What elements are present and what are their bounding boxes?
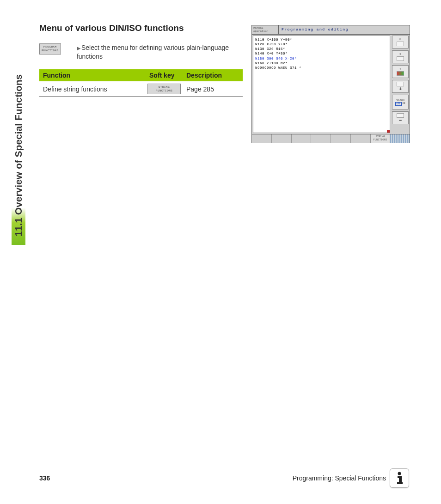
mini-icon [397,113,404,118]
th-description: Description [183,69,243,81]
softkey-slot[interactable] [331,134,351,143]
info-icon [390,468,409,488]
side-button-label: S100% [396,99,404,102]
softkey-slot[interactable] [311,134,331,143]
instruction-body: Select the menu for defining various pla… [77,44,229,60]
softkey-string-functions: STRING FUNCTIONS [147,84,181,95]
side-button-s[interactable]: S [392,50,409,63]
side-button-override[interactable]: S100% OFF ON [392,95,409,109]
cnc-screenshot: Manual operation Programming and editing… [251,25,410,143]
softkey-slot[interactable] [272,134,292,143]
sidebar-tab: 11.1 Overview of Special Functions [12,23,25,226]
side-button-t[interactable]: T [392,65,409,78]
footer-right: Programming: Special Functions [293,468,409,488]
plus-icon: + [399,86,402,92]
cell-description: Page 285 [183,81,243,97]
side-button-label: M [399,38,401,41]
softkey-slot[interactable] [351,134,371,143]
softkey-line: STRING [150,85,178,89]
code-line-highlighted: N150 G00 G40 X-20* [255,56,388,61]
svg-rect-2 [399,476,402,483]
th-function: Function [39,69,146,81]
cell-function: Define string functions [39,81,146,97]
cell-softkey: STRING FUNCTIONS [146,81,183,97]
instruction-row: PROGRAM FUNCTIONS ▶Select the menu for d… [39,43,243,61]
on-label: ON [403,102,405,106]
cnc-right-panel: M S T + S100% OFF ON [391,35,410,134]
code-line: N160 Z+100 M2* [255,61,388,66]
page-footer: 336 Programming: Special Functions [39,468,409,488]
off-label: OFF [395,102,401,106]
cnc-mode: Manual operation [252,25,279,34]
section-title-vertical: 11.1 Overview of Special Functions [13,43,24,237]
cnc-body: N110 X+100 Y+50* N120 X+50 Y+0* N130 G26… [252,35,410,134]
code-line: N110 X+100 Y+50* [255,37,388,42]
softkey-slot[interactable] [292,134,312,143]
softkey-line: FUNCTIONS [371,139,390,142]
side-button-label: T [399,67,401,71]
side-button-plus[interactable]: + [392,80,409,93]
softkey-program-functions: PROGRAM FUNCTIONS [39,43,61,55]
mini-icon [397,42,404,46]
softkey-line: FUNCTIONS [42,49,59,53]
code-line: N130 G26 R15* [255,47,388,51]
softkey-string-functions[interactable]: STRING FUNCTIONS [371,134,391,143]
code-line: N140 X+0 Y+50* [255,51,388,56]
svg-rect-3 [397,482,403,484]
cnc-header: Manual operation Programming and editing [252,25,410,35]
softkey-line: FUNCTIONS [150,89,178,93]
section-heading: Menu of various DIN/ISO functions [39,23,243,33]
softkey-slot[interactable] [252,134,272,143]
mini-icon [397,82,404,86]
code-line: N120 X+50 Y+0* [255,42,388,47]
side-button-minus[interactable]: − [392,111,409,124]
cnc-softkey-bar: STRING FUNCTIONS [252,134,410,143]
chapter-title: Programming: Special Functions [293,474,386,482]
softkey-line: PROGRAM [42,45,59,49]
cnc-title: Programming and editing [279,25,410,34]
instruction-text: ▶Select the menu for defining various pl… [77,43,243,61]
cnc-mode-line: Manual [253,26,277,30]
mini-icon [397,56,404,61]
th-softkey: Soft key [146,69,183,81]
page-number: 336 [39,474,50,482]
side-button-label: S [399,53,401,56]
side-button-m[interactable]: M [392,36,409,49]
svg-point-0 [398,472,401,475]
cnc-mode-line: operation [253,30,277,33]
mini-icon [397,71,404,76]
scroll-indicator-icon [387,130,390,133]
table-header-row: Function Soft key Description [39,69,243,81]
main-content: Menu of various DIN/ISO functions PROGRA… [39,23,243,97]
cnc-editor: N110 X+100 Y+50* N120 X+50 Y+0* N130 G26… [253,36,390,133]
minus-icon: − [399,118,402,123]
code-line: N99999999 %NEU G71 * [255,66,388,70]
functions-table: Function Soft key Description Define str… [39,69,243,97]
table-row: Define string functions STRING FUNCTIONS… [39,81,243,97]
triangle-marker-icon: ▶ [77,45,80,51]
softkey-stripes-icon[interactable] [390,134,410,143]
